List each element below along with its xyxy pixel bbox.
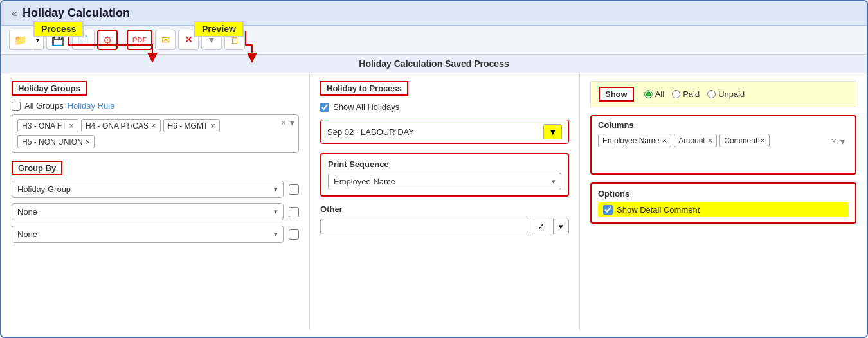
pdf-icon: PDF	[132, 36, 147, 44]
back-arrows-icon[interactable]: «	[12, 8, 17, 19]
show-label: Show	[599, 87, 634, 102]
show-all-holidays-checkbox[interactable]	[320, 103, 329, 112]
date-dropdown-button[interactable]: ▾	[543, 124, 562, 139]
radio-all[interactable]: All	[644, 89, 664, 99]
tag-h5: H5 - NON UNION ×	[17, 135, 95, 148]
gear-icon: ⚙	[103, 34, 112, 46]
remove-tag-h6[interactable]: ×	[210, 121, 215, 130]
save-button[interactable]: 💾	[46, 30, 69, 50]
options-label: Options	[598, 189, 849, 199]
group-by-checkbox-3[interactable]	[289, 229, 299, 240]
show-section: Show All Paid Unpaid	[590, 81, 856, 107]
group-by-dropdown-1[interactable]: Holiday Group ▾	[12, 181, 284, 198]
holiday-date-row: Sep 02 · LABOUR DAY ▾	[320, 120, 569, 144]
expand-columns-button[interactable]: ▾	[839, 136, 846, 147]
columns-label: Columns	[598, 120, 849, 130]
group-by-dropdown-3[interactable]: None ▾	[12, 226, 284, 243]
chevron-down-icon: ▾	[274, 208, 278, 216]
folder-btn-group[interactable]: 📁 ▾	[9, 30, 44, 50]
clear-tags-button[interactable]: ×	[280, 118, 287, 128]
tag-h4: H4 - ONA PT/CAS ×	[81, 119, 161, 132]
chevron-down-icon: ▾	[274, 185, 278, 193]
holiday-groups-tags: H3 - ONA FT × H4 - ONA PT/CAS × H6 - MGM…	[12, 114, 299, 153]
note-icon: 🗒	[230, 35, 240, 46]
group-by-label: Group By	[12, 161, 62, 175]
col-tag-comment: Comment ×	[719, 134, 770, 147]
remove-col-comment[interactable]: ×	[760, 136, 765, 145]
folder-dropdown-button[interactable]: ▾	[32, 30, 44, 50]
columns-section: Columns Employee Name × Amount × Comment…	[590, 115, 856, 175]
date-text: Sep 02 · LABOUR DAY	[327, 127, 414, 137]
print-sequence-section: Print Sequence Employee Name ▾	[320, 153, 569, 197]
group-by-dropdown-2[interactable]: None ▾	[12, 203, 284, 220]
gear-button[interactable]: ⚙	[97, 30, 118, 50]
all-groups-label: All Groups	[24, 101, 64, 111]
chevron-down-icon: ▾	[274, 230, 278, 238]
other-label: Other	[320, 204, 569, 214]
tag-h3: H3 - ONA FT ×	[17, 119, 78, 132]
print-sequence-label: Print Sequence	[328, 159, 561, 169]
filter-icon: ▼	[207, 35, 216, 45]
chevron-down-icon: ▾	[36, 37, 39, 44]
note-button[interactable]: 🗒	[224, 30, 245, 50]
show-detail-comment-checkbox[interactable]	[603, 205, 613, 215]
tag-h6: H6 - MGMT ×	[163, 119, 220, 132]
holiday-to-process-label: Holiday to Process	[320, 81, 408, 96]
remove-col-amount[interactable]: ×	[708, 136, 713, 145]
expand-tags-button[interactable]: ▾	[289, 118, 296, 128]
col-tag-employee-name: Employee Name ×	[598, 134, 671, 147]
doc-button[interactable]: 📄	[72, 30, 95, 50]
holiday-groups-label: Holiday Groups	[12, 81, 87, 96]
delete-icon: ✕	[185, 34, 193, 46]
show-detail-comment-label: Show Detail Comment	[617, 205, 700, 215]
columns-tags-container: Employee Name × Amount × Comment × × ▾	[598, 134, 849, 170]
remove-col-employee[interactable]: ×	[662, 136, 667, 145]
delete-button[interactable]: ✕	[178, 30, 199, 50]
folder-icon: 📁	[14, 34, 27, 46]
radio-unpaid[interactable]: Unpaid	[707, 89, 745, 99]
chevron-down-icon: ▾	[552, 177, 556, 186]
clear-columns-button[interactable]: ×	[830, 136, 838, 147]
page-title: Holiday Calculation	[23, 6, 130, 20]
show-detail-comment-row: Show Detail Comment	[598, 202, 849, 217]
holiday-rule-link[interactable]: Holiday Rule	[68, 101, 115, 111]
other-check-button[interactable]: ✓	[532, 218, 550, 235]
mail-icon: ✉	[161, 34, 170, 46]
group-by-checkbox-1[interactable]	[289, 184, 299, 195]
doc-icon: 📄	[77, 34, 89, 46]
subheader-title: Holiday Calculation Saved Process	[1, 55, 867, 73]
folder-button[interactable]: 📁	[9, 30, 32, 50]
save-icon: 💾	[51, 34, 64, 46]
other-input[interactable]	[320, 218, 529, 235]
group-by-checkbox-2[interactable]	[289, 207, 299, 217]
radio-paid[interactable]: Paid	[672, 89, 700, 99]
all-groups-checkbox[interactable]	[12, 102, 21, 111]
other-dropdown-button[interactable]: ▾	[553, 218, 569, 235]
other-section: Other ✓ ▾	[320, 204, 569, 235]
print-sequence-dropdown[interactable]: Employee Name ▾	[328, 173, 561, 190]
pdf-button[interactable]: PDF	[127, 30, 152, 50]
mail-button[interactable]: ✉	[155, 30, 176, 50]
filter-button[interactable]: ▼	[201, 30, 222, 50]
options-section: Options Show Detail Comment	[590, 182, 856, 224]
col-tag-amount: Amount ×	[674, 134, 717, 147]
remove-tag-h5[interactable]: ×	[86, 137, 91, 147]
remove-tag-h3[interactable]: ×	[69, 121, 74, 130]
show-all-holidays-label: Show All Holidays	[333, 102, 399, 112]
remove-tag-h4[interactable]: ×	[151, 121, 156, 130]
